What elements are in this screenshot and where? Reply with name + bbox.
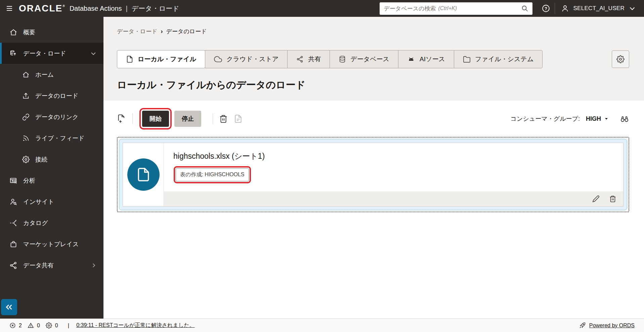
- sidebar-item-home[interactable]: ホーム: [0, 64, 103, 85]
- user-icon: [561, 4, 569, 12]
- file-card[interactable]: highschools.xlsx (シート1) 表の作成: HIGHSCHOOL…: [123, 143, 624, 207]
- file-card-icon-cell: [123, 143, 164, 206]
- settings-button[interactable]: [612, 50, 629, 68]
- breadcrumb-current: データのロード: [166, 28, 207, 35]
- warnings-icon[interactable]: [28, 322, 34, 329]
- breadcrumb-separator: ›: [161, 28, 163, 35]
- delete-button[interactable]: [219, 114, 228, 123]
- caret-down-icon: [604, 117, 608, 121]
- status-message-link[interactable]: 0:39:11 - RESTコールが正常に解決されました。: [76, 322, 195, 329]
- circle-x-icon: [9, 322, 16, 329]
- jobs-icon[interactable]: [46, 322, 52, 329]
- sidebar-item-label: データ・ロード: [23, 49, 66, 58]
- preview-sql-button[interactable]: [620, 114, 629, 123]
- sidebar-item-insights[interactable]: インサイト: [0, 191, 103, 212]
- status-counters: 2 0 0 | 0:39:11 - RESTコールが正常に解決されました。: [9, 322, 195, 329]
- sidebar-item-link-data[interactable]: データのリンク: [0, 106, 103, 127]
- sidebar-item-load-data[interactable]: データのロード: [0, 85, 103, 106]
- sidebar-item-label: マーケットプレイス: [23, 240, 79, 248]
- trash-icon: [219, 114, 228, 123]
- edit-settings-button[interactable]: [592, 195, 600, 202]
- sidebar-item-connections[interactable]: 接続: [0, 149, 103, 170]
- warning-triangle-icon: [28, 322, 34, 329]
- main-content: データ・ロード › データのロード ローカル・ファイル クラウド・ストア: [103, 17, 644, 319]
- sidebar-item-analytics[interactable]: 分析: [0, 170, 103, 191]
- table-search-icon: [9, 177, 17, 185]
- app-title: Database Actions: [70, 5, 122, 12]
- warnings-count: 0: [37, 323, 40, 329]
- sidebar-collapse-button[interactable]: [1, 299, 17, 315]
- tab-cloud-store[interactable]: クラウド・ストア: [205, 50, 288, 68]
- errors-count: 2: [19, 323, 22, 329]
- sidebar-item-marketplace[interactable]: マーケットプレイス: [0, 233, 103, 255]
- sidebar-nav: 概要 データ・ロード ホーム データのロード データのリン: [0, 17, 103, 319]
- jobs-count: 0: [55, 323, 58, 329]
- start-button[interactable]: 開始: [142, 111, 169, 127]
- person-search-icon: [9, 198, 17, 206]
- tab-label: ローカル・ファイル: [138, 55, 196, 64]
- sidebar-item-label: 接続: [35, 155, 47, 163]
- chevron-down-icon: [629, 5, 636, 12]
- tab-ai-source[interactable]: AIソース: [398, 50, 454, 68]
- shopping-bag-icon: [9, 240, 17, 248]
- sidebar-item-catalog[interactable]: カタログ: [0, 212, 103, 233]
- catalog-icon: [9, 219, 17, 227]
- tab-share[interactable]: 共有: [287, 50, 330, 68]
- create-table-chip[interactable]: 表の作成: HIGHSCHOOLS: [176, 168, 249, 181]
- data-load-icon: [9, 49, 17, 58]
- gear-icon: [616, 55, 625, 63]
- user-menu[interactable]: SELECT_AI_USER: [555, 0, 644, 17]
- search-input[interactable]: データベースの検索 (Ctrl+K): [380, 2, 532, 15]
- tab-label: AIソース: [420, 55, 445, 64]
- file-type-badge: [127, 158, 160, 191]
- file-icon: [126, 56, 133, 63]
- errors-icon[interactable]: [9, 322, 16, 329]
- share-icon: [9, 261, 17, 269]
- folder-icon: [463, 56, 471, 63]
- breadcrumb-parent[interactable]: データ・ロード: [117, 28, 158, 35]
- search-shortcut-hint: (Ctrl+K): [438, 5, 457, 11]
- selected-file-region[interactable]: highschools.xlsx (シート1) 表の作成: HIGHSCHOOL…: [117, 137, 629, 212]
- file-card-footer: [164, 191, 623, 206]
- toolbar-divider: [132, 113, 133, 124]
- feed-icon: [22, 135, 30, 142]
- search-icon[interactable]: [521, 5, 528, 12]
- tab-file-system[interactable]: ファイル・システム: [454, 50, 543, 68]
- cloud-icon: [214, 55, 222, 63]
- rocket-icon: [579, 322, 586, 329]
- source-tabs-row: ローカル・ファイル クラウド・ストア 共有 データベース: [117, 50, 629, 68]
- consumer-group-select[interactable]: HIGH: [586, 115, 608, 122]
- content-panel: 開始 停止 コンシューマ・グループ: HIGH: [103, 101, 644, 319]
- hamburger-menu-icon[interactable]: [0, 0, 19, 17]
- sidebar-item-data-load[interactable]: データ・ロード: [0, 43, 103, 64]
- powered-by-ords-link[interactable]: Powered by ORDS: [589, 323, 635, 329]
- tab-local-file[interactable]: ローカル・ファイル: [117, 50, 205, 68]
- sidebar-item-overview[interactable]: 概要: [0, 22, 103, 43]
- chevron-right-icon: [91, 262, 97, 268]
- sidebar-item-label: ライブ・フィード: [35, 134, 85, 142]
- sidebar-item-data-share[interactable]: データ共有: [0, 255, 103, 276]
- remove-file-button[interactable]: [609, 195, 616, 202]
- chevron-down-icon: [90, 50, 97, 57]
- stop-button[interactable]: 停止: [174, 111, 201, 127]
- report-button[interactable]: [234, 114, 243, 123]
- sidebar-item-live-feed[interactable]: ライブ・フィード: [0, 127, 103, 149]
- oracle-logo: ORACLE®: [19, 3, 66, 14]
- sidebar-item-label: カタログ: [23, 219, 48, 227]
- share-icon: [296, 56, 304, 63]
- binoculars-icon: [620, 114, 629, 123]
- trash-icon: [609, 195, 616, 202]
- status-bar: 2 0 0 | 0:39:11 - RESTコールが正常に解決されました。 Po…: [0, 319, 644, 332]
- sidebar-item-label: データ共有: [23, 261, 54, 269]
- status-right: Powered by ORDS: [579, 322, 635, 329]
- tab-database[interactable]: データベース: [330, 50, 398, 68]
- document-icon: [234, 114, 243, 123]
- add-file-button[interactable]: [117, 114, 126, 123]
- help-icon[interactable]: ?: [537, 0, 555, 17]
- consumer-group-value: HIGH: [586, 115, 601, 122]
- file-plus-icon: [117, 114, 126, 123]
- toolbar-divider: [213, 113, 213, 124]
- sidebar-item-label: 概要: [23, 28, 35, 36]
- tab-label: データベース: [350, 55, 389, 64]
- file-icon: [136, 167, 151, 182]
